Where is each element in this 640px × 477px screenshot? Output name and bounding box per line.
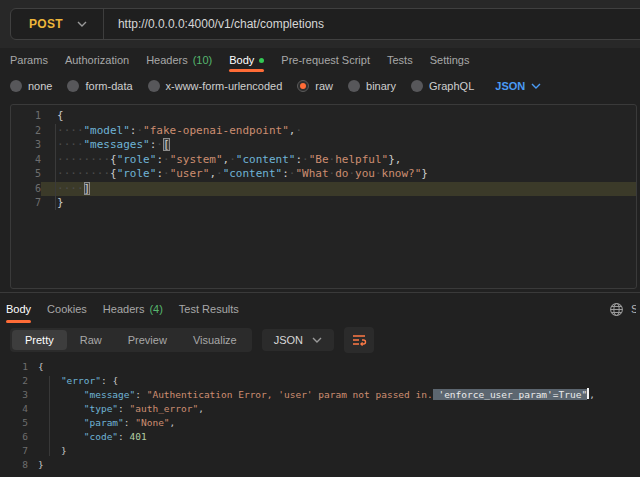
tab-label: Cookies [47, 303, 87, 315]
body-type-option-none[interactable]: none [10, 80, 52, 92]
tab-tests[interactable]: Tests [387, 48, 413, 72]
request-format-select[interactable]: JSON [495, 80, 541, 92]
whitespace-dot: · [57, 153, 64, 166]
view-button-raw[interactable]: Raw [67, 330, 115, 350]
response-format-select[interactable]: JSON [262, 329, 334, 351]
token-key: "param" [84, 417, 124, 428]
whitespace-dot: · [57, 182, 64, 195]
whitespace-dot: · [156, 138, 163, 151]
token-punc: } [61, 445, 67, 456]
body-type-label: binary [366, 80, 396, 92]
response-tab-cookies[interactable]: Cookies [47, 295, 87, 323]
tab-label: Settings [430, 54, 470, 66]
response-view-switcher: PrettyRawPreviewVisualize [10, 328, 252, 352]
whitespace-dot: · [70, 138, 77, 151]
token-str: "auth_error" [130, 403, 199, 414]
code-content: "param": "None", [28, 416, 640, 430]
token-key: "role" [117, 167, 157, 180]
whitespace-dot: · [90, 167, 97, 180]
tab-headers[interactable]: Headers(10) [146, 48, 212, 72]
whitespace-dot: · [302, 153, 309, 166]
method-label: POST [29, 17, 63, 31]
code-line-3: 3····"messages":·[ [11, 138, 636, 153]
response-tab-body[interactable]: Body [6, 295, 31, 323]
code-content: } [41, 196, 636, 211]
radio-icon [411, 80, 423, 92]
token-punc: { [57, 109, 64, 122]
token-str: "Authentication Error, 'user' param not … [147, 389, 433, 400]
token-punc: : [156, 167, 163, 180]
line-number: 5 [11, 167, 41, 182]
body-type-option-binary[interactable]: binary [348, 80, 396, 92]
token-punc: { [110, 167, 117, 180]
token-punc: , [198, 403, 204, 414]
code-content: "code": 401 [28, 430, 640, 444]
response-tab-test-results[interactable]: Test Results [179, 295, 239, 323]
body-type-label: none [28, 80, 52, 92]
tab-authorization[interactable]: Authorization [65, 48, 129, 72]
whitespace-dot: · [57, 167, 64, 180]
response-body-viewer[interactable]: 1{2 "error": {3 "message": "Authenticati… [0, 360, 640, 472]
radio-icon [297, 80, 309, 92]
request-tabs: ParamsAuthorizationHeaders(10)BodyPre-re… [0, 48, 640, 72]
body-type-label: raw [315, 80, 333, 92]
tab-body[interactable]: Body [229, 48, 264, 72]
token-key: "content" [223, 167, 283, 180]
code-line-4: 4 "type": "auth_error", [0, 402, 640, 416]
tab-label: Pre-request Script [281, 54, 370, 66]
tab-count-badge: (10) [193, 54, 213, 66]
line-number: 3 [11, 138, 41, 153]
code-content: } [28, 458, 640, 472]
token-str: "None" [135, 417, 169, 428]
token-punc: : [118, 431, 129, 442]
wrap-text-button[interactable] [344, 327, 374, 353]
tab-params[interactable]: Params [10, 48, 48, 72]
line-number: 6 [11, 182, 41, 197]
code-line-5: 5········{"role":·"user",·"content":·"Wh… [11, 167, 636, 182]
code-content: ····] [41, 182, 636, 197]
code-line-8: 8} [0, 458, 640, 472]
tab-label: Headers [103, 303, 145, 315]
response-tabs: BodyCookiesHeaders(4)Test ResultsS [0, 293, 640, 323]
token-punc: , [209, 167, 216, 180]
whitespace-dot: · [103, 167, 110, 180]
code-line-3: 3 "message": "Authentication Error, 'use… [0, 388, 640, 402]
line-number: 2 [0, 374, 28, 388]
whitespace-dot: · [229, 153, 236, 166]
request-body-editor[interactable]: 1{2····"model":·"fake-openai-endpoint",·… [10, 104, 637, 289]
whitespace-dot: · [163, 167, 170, 180]
code-line-2: 2 "error": { [0, 374, 640, 388]
code-line-5: 5 "param": "None", [0, 416, 640, 430]
whitespace-dot: · [57, 138, 64, 151]
token-punc: }, [388, 153, 401, 166]
response-tab-headers[interactable]: Headers(4) [103, 295, 163, 323]
code-line-4: 4········{"role":·"system",·"content":·"… [11, 153, 636, 168]
view-button-pretty[interactable]: Pretty [12, 330, 67, 350]
code-content: } [28, 444, 640, 458]
whitespace-dot: · [70, 124, 77, 137]
view-button-visualize[interactable]: Visualize [180, 330, 250, 350]
tab-settings[interactable]: Settings [430, 48, 470, 72]
token-punc: { [38, 361, 44, 372]
token-str: "Be [309, 153, 329, 166]
token-punc: : [282, 167, 289, 180]
body-type-option-graphql[interactable]: GraphQL [411, 80, 474, 92]
radio-icon [67, 80, 79, 92]
line-number: 1 [11, 109, 41, 124]
whitespace-dot: · [57, 124, 64, 137]
method-select[interactable]: POST [11, 9, 103, 39]
tab-label: Headers [146, 54, 188, 66]
code-content: "message": "Authentication Error, 'user'… [28, 388, 640, 402]
token-str: "system" [170, 153, 223, 166]
body-type-option-raw[interactable]: raw [297, 80, 333, 92]
body-type-option-x-www-form-urlencoded[interactable]: x-www-form-urlencoded [148, 80, 283, 92]
token-punc: } [38, 459, 44, 470]
tab-pre-request-script[interactable]: Pre-request Script [281, 48, 370, 72]
token-str: "user" [170, 167, 210, 180]
body-type-option-form-data[interactable]: form-data [67, 80, 132, 92]
view-button-preview[interactable]: Preview [115, 330, 180, 350]
code-line-6: 6 "code": 401 [0, 430, 640, 444]
token-ws [38, 431, 84, 442]
response-meta: S [609, 302, 636, 317]
url-input[interactable]: http://0.0.0.0:4000/v1/chat/completions [104, 17, 324, 31]
